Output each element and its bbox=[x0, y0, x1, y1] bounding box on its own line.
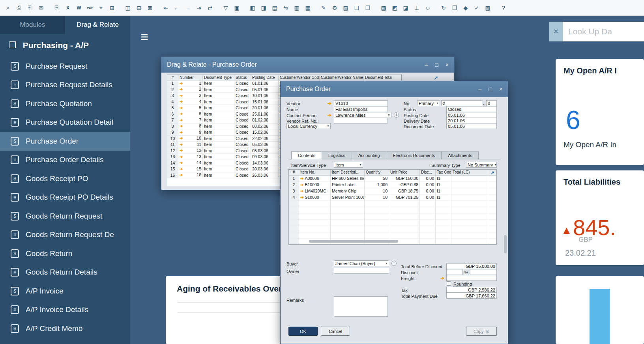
po-grid-row[interactable]: 4➔S10000Server Point 100010GBP 701.250.0… bbox=[289, 194, 496, 201]
dr-column-header[interactable]: Posting Date bbox=[251, 75, 279, 80]
po-column-header[interactable]: Tax Code bbox=[436, 170, 451, 175]
po-column-header[interactable]: Item Descripti... bbox=[331, 170, 365, 175]
maximize-icon[interactable]: □ bbox=[435, 62, 438, 67]
document-number-input[interactable] bbox=[441, 100, 482, 106]
approval-status-icon[interactable]: ✓ bbox=[472, 3, 482, 13]
link-arrow-icon[interactable]: ➔ bbox=[180, 117, 183, 123]
horizontal-scrollbar[interactable] bbox=[309, 240, 398, 243]
maximize-icon[interactable]: □ bbox=[489, 86, 492, 92]
close-icon[interactable]: × bbox=[499, 86, 502, 92]
exchange-rate-icon[interactable]: ⇆ bbox=[281, 3, 291, 13]
owner-input[interactable] bbox=[334, 268, 389, 274]
column-settings-icon[interactable]: ▥ bbox=[292, 3, 302, 13]
row-details-icon[interactable]: ▤ bbox=[270, 3, 280, 13]
po-grid-row[interactable] bbox=[289, 201, 496, 207]
po-grid-row[interactable]: 3➔LM4029MCMemory Chip10GBP 18.750.00I1 bbox=[289, 188, 496, 194]
dr-column-header[interactable]: Customer/Vendor Code bbox=[279, 75, 320, 80]
next-record-icon[interactable]: → bbox=[183, 3, 193, 13]
link-arrow-icon[interactable]: ➔ bbox=[180, 80, 183, 86]
close-icon[interactable]: × bbox=[446, 62, 449, 67]
sidebar-item-purchase-request[interactable]: $Purchase Request bbox=[0, 57, 130, 76]
dr-column-header[interactable]: Status bbox=[234, 75, 251, 80]
split-left-icon[interactable]: ◧ bbox=[247, 3, 258, 13]
tab-modules[interactable]: Modules bbox=[0, 16, 65, 34]
total-payment-due-input[interactable] bbox=[446, 293, 497, 299]
link-arrow-icon[interactable]: ➔ bbox=[180, 136, 183, 142]
link-arrow-icon[interactable]: ➔ bbox=[440, 275, 444, 281]
copy-shell-icon[interactable]: ⎘ bbox=[52, 3, 62, 13]
po-grid-row[interactable]: 2➔B10000Printer Label1,000GBP 0.380.00I1 bbox=[289, 182, 496, 188]
first-record-icon[interactable]: ⇤ bbox=[161, 3, 171, 13]
rounding-checkbox[interactable] bbox=[447, 281, 451, 286]
lookup-search-input[interactable] bbox=[563, 22, 644, 41]
help-icon[interactable]: ? bbox=[498, 3, 509, 13]
lock-screen-icon[interactable]: ⊠ bbox=[145, 3, 155, 13]
filter-table-icon[interactable]: ▽ bbox=[221, 3, 231, 13]
email-icon[interactable]: ✉ bbox=[36, 3, 46, 13]
po-column-header[interactable]: Item No. bbox=[299, 170, 331, 175]
contact-person-combo[interactable]: Lawrence Miles ▼ bbox=[334, 112, 391, 118]
form-settings-icon[interactable]: ⚙ bbox=[329, 3, 340, 13]
item-service-type-combo[interactable]: Item ▼ bbox=[334, 162, 363, 168]
link-arrow-icon[interactable]: ➔ bbox=[300, 188, 303, 194]
previous-record-icon[interactable]: ← bbox=[172, 3, 182, 13]
org-chart-icon[interactable]: ⊥ bbox=[412, 3, 422, 13]
total-liabilities-card[interactable]: Total Liabilities ▲ 845. GBP 23.02.21 bbox=[556, 170, 644, 265]
currency-combo[interactable]: Local Currency ▼ bbox=[286, 123, 331, 129]
sidebar-item-purchase-order[interactable]: $Purchase Order bbox=[0, 132, 130, 151]
discount-percent-input[interactable] bbox=[446, 269, 463, 275]
sidebar-item-purchase-quotation[interactable]: $Purchase Quotation bbox=[0, 94, 130, 113]
vendor-input[interactable] bbox=[334, 100, 388, 106]
export-pdf-icon[interactable]: PDF bbox=[85, 3, 95, 13]
user-settings-icon[interactable]: ☺ bbox=[423, 3, 433, 13]
sidebar-item-purchase-quotation-detail[interactable]: ≡Purchase Quotation Detail bbox=[0, 113, 130, 132]
tab-contents[interactable]: Contents bbox=[291, 151, 322, 159]
edit-document-icon[interactable]: ✎ bbox=[318, 3, 329, 13]
lookup-close-button[interactable]: × bbox=[549, 22, 563, 41]
po-column-header[interactable]: # bbox=[289, 170, 299, 175]
tab-attachments[interactable]: Attachments bbox=[442, 151, 479, 159]
link-arrow-icon[interactable]: ➔ bbox=[180, 123, 183, 129]
preview-image-icon[interactable]: ▣ bbox=[232, 3, 242, 13]
po-column-header[interactable]: Disc... bbox=[420, 170, 436, 175]
minimize-icon[interactable]: – bbox=[479, 86, 482, 92]
document-date-input[interactable] bbox=[446, 123, 497, 129]
export-word-icon[interactable]: W bbox=[74, 3, 84, 13]
vendor-ref-input[interactable] bbox=[334, 118, 388, 123]
tab-accounting[interactable]: Accounting bbox=[352, 151, 386, 159]
dr-column-header[interactable]: # bbox=[167, 75, 178, 80]
tab-logistics[interactable]: Logistics bbox=[322, 151, 352, 159]
recurring-transactions-icon[interactable]: ↻ bbox=[438, 3, 449, 13]
link-arrow-icon[interactable]: ➔ bbox=[180, 87, 183, 93]
export-to-table-icon[interactable]: ⊟ bbox=[134, 3, 144, 13]
bottom-chart-card[interactable] bbox=[556, 276, 644, 344]
series-combo[interactable]: Primary ▼ bbox=[417, 100, 440, 106]
buyer-combo[interactable]: James Chan (Buyer) ▼ bbox=[334, 260, 389, 266]
export-excel-icon[interactable]: X bbox=[63, 3, 73, 13]
posting-date-input[interactable] bbox=[446, 112, 497, 118]
link-arrow-icon[interactable]: ➔ bbox=[180, 93, 183, 99]
tab-electronic-documents[interactable]: Electronic Documents bbox=[386, 151, 442, 159]
summary-type-combo[interactable]: No Summary ▼ bbox=[466, 162, 497, 168]
vertical-scrollbar[interactable] bbox=[504, 235, 507, 253]
po-grid-row[interactable] bbox=[289, 232, 496, 239]
print-icon[interactable]: ⎙ bbox=[14, 3, 24, 13]
menu-hamburger-icon[interactable]: ≡ bbox=[140, 30, 148, 43]
sidebar-item-goods-receipt-po-details[interactable]: ≡Goods Receipt PO Details bbox=[0, 188, 130, 207]
info-icon[interactable]: i bbox=[394, 112, 399, 118]
po-column-header[interactable]: Quantity bbox=[365, 170, 389, 175]
link-arrow-icon[interactable]: ➔ bbox=[180, 166, 183, 172]
po-grid-row[interactable] bbox=[289, 207, 496, 213]
linked-documents-icon[interactable]: ▦ bbox=[303, 3, 313, 13]
po-grid-row[interactable] bbox=[289, 213, 496, 220]
freight-input[interactable] bbox=[446, 275, 497, 281]
document-journal-icon[interactable]: ▨ bbox=[341, 3, 351, 13]
drag-relate-titlebar[interactable]: Drag & Relate - Purchase Order – □ × bbox=[161, 57, 454, 73]
info-icon[interactable]: i bbox=[391, 261, 397, 266]
cancel-button[interactable]: Cancel bbox=[321, 327, 350, 336]
link-arrow-icon[interactable]: ➔ bbox=[180, 105, 183, 111]
report-designer-icon[interactable]: ◪ bbox=[401, 3, 411, 13]
dr-column-header[interactable]: Customer/Vendor Name bbox=[320, 75, 364, 80]
messages-icon[interactable]: ❐ bbox=[363, 3, 373, 13]
po-column-header[interactable]: Unit Price bbox=[389, 170, 420, 175]
